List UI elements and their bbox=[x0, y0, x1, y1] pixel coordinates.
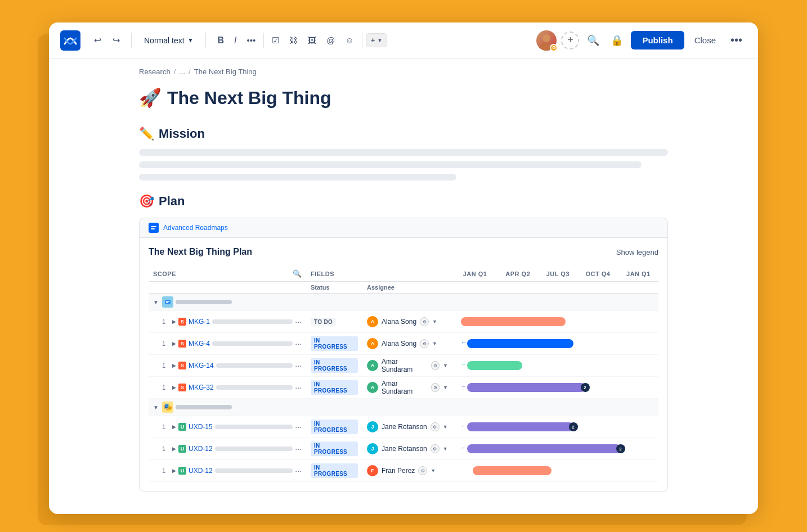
status-badge: IN PROGRESS bbox=[311, 336, 358, 351]
table-row: 1 ▶ S MKG-4 ··· bbox=[149, 333, 658, 355]
checkbox-button[interactable]: ☑ bbox=[267, 32, 284, 49]
row-more-icon[interactable]: ··· bbox=[295, 466, 302, 475]
row-expand-icon[interactable]: ▶ bbox=[172, 341, 176, 346]
settings-icon[interactable]: ⚙ bbox=[420, 317, 429, 326]
row-number: 1 bbox=[162, 423, 170, 430]
breadcrumb-ellipsis[interactable]: ... bbox=[179, 67, 185, 76]
uxd12b-assignee-cell: F Fran Perez ⚙ ▼ bbox=[362, 460, 452, 482]
title-text[interactable]: The Next Big Thing bbox=[167, 88, 331, 109]
bold-icon: B bbox=[217, 35, 224, 46]
row-more-icon[interactable]: ··· bbox=[295, 383, 302, 392]
chevron-down-icon[interactable]: ▼ bbox=[432, 319, 437, 324]
assignee-avatar: J bbox=[367, 421, 378, 432]
link-icon: ⛓ bbox=[289, 35, 298, 45]
row-more-icon[interactable]: ··· bbox=[295, 444, 302, 453]
skeleton-2 bbox=[139, 161, 642, 168]
insert-button[interactable]: + ▼ bbox=[366, 33, 388, 47]
chevron-down-icon[interactable]: ▼ bbox=[443, 363, 448, 368]
show-legend-button[interactable]: Show legend bbox=[616, 248, 658, 256]
assignee-avatar: A bbox=[367, 382, 378, 393]
row-expand-icon[interactable]: ▶ bbox=[172, 424, 176, 430]
scope-search-icon[interactable]: 🔍 bbox=[293, 269, 302, 278]
row-more-icon[interactable]: ··· bbox=[295, 339, 302, 348]
mention-button[interactable]: @ bbox=[322, 32, 339, 48]
chevron-insert-icon: ▼ bbox=[377, 38, 382, 43]
divider-1 bbox=[131, 33, 132, 48]
assignee-name: Jane Rotanson bbox=[382, 445, 427, 453]
lock-button[interactable]: 🔒 bbox=[607, 31, 626, 50]
settings-icon[interactable]: ⚙ bbox=[431, 444, 440, 453]
image-icon: 🖼 bbox=[308, 35, 316, 45]
close-button[interactable]: Close bbox=[689, 32, 721, 48]
issue-id[interactable]: UXD-12 bbox=[189, 467, 213, 475]
row-expand-icon[interactable]: ▶ bbox=[172, 385, 176, 390]
link-button[interactable]: ⛓ bbox=[285, 32, 302, 48]
issue-id[interactable]: MKG-1 bbox=[189, 318, 210, 326]
issue-id[interactable]: MKG-4 bbox=[189, 340, 210, 348]
table-row: ▼ 🎭 bbox=[149, 399, 658, 416]
plan-emoji: 🎯 bbox=[139, 194, 154, 209]
more-format-button[interactable]: ••• bbox=[243, 32, 261, 48]
parent-type-icon: 🎭 bbox=[162, 402, 173, 413]
issue-type-icon: U bbox=[178, 423, 186, 431]
row-expand-icon[interactable]: ▶ bbox=[172, 363, 176, 368]
app-logo[interactable] bbox=[60, 30, 80, 51]
emoji-button[interactable]: ☺ bbox=[341, 32, 358, 48]
text-style-dropdown[interactable]: Normal text ▼ bbox=[138, 33, 199, 48]
mkg4-timeline-cell: ← bbox=[452, 333, 658, 355]
issue-title-skeleton bbox=[212, 341, 293, 346]
redo-button[interactable]: ↪ bbox=[108, 31, 124, 49]
expand-icon[interactable]: ▼ bbox=[153, 299, 159, 305]
breadcrumb-research[interactable]: Research bbox=[139, 67, 171, 76]
row-more-icon[interactable]: ··· bbox=[295, 422, 302, 431]
chevron-down-icon[interactable]: ▼ bbox=[443, 424, 448, 430]
row-expand-icon[interactable]: ▶ bbox=[172, 319, 176, 324]
settings-icon[interactable]: ⚙ bbox=[431, 383, 440, 392]
parent2-timeline-cell bbox=[452, 399, 658, 416]
more-options-button[interactable]: ••• bbox=[726, 31, 747, 49]
svg-rect-7 bbox=[166, 303, 168, 304]
chevron-down-icon[interactable]: ▼ bbox=[432, 341, 437, 346]
checkbox-icon: ☑ bbox=[272, 35, 279, 46]
expand-icon[interactable]: ▼ bbox=[153, 404, 159, 411]
status-badge: IN PROGRESS bbox=[311, 358, 358, 373]
chevron-down-icon[interactable]: ▼ bbox=[443, 385, 448, 390]
issue-id[interactable]: MKG-14 bbox=[189, 362, 214, 369]
issue-id[interactable]: UXD-15 bbox=[189, 423, 213, 431]
mkg1-assignee-cell: A Alana Song ⚙ ▼ bbox=[362, 311, 452, 333]
ar-header-label: Advanced Roadmaps bbox=[163, 224, 228, 232]
chevron-down-icon[interactable]: ▼ bbox=[443, 446, 448, 452]
mkg32-status-cell: IN PROGRESS bbox=[306, 377, 362, 399]
row-expand-icon[interactable]: ▶ bbox=[172, 468, 176, 474]
italic-button[interactable]: I bbox=[230, 32, 241, 49]
settings-icon[interactable]: ⚙ bbox=[431, 422, 440, 431]
row-expand-icon[interactable]: ▶ bbox=[172, 446, 176, 452]
row-more-icon[interactable]: ··· bbox=[295, 317, 302, 326]
page-title: 🚀 The Next Big Thing bbox=[139, 87, 668, 109]
settings-icon[interactable]: ⚙ bbox=[418, 466, 427, 475]
mention-icon: @ bbox=[326, 35, 335, 45]
gantt-bar bbox=[467, 361, 522, 370]
issue-id[interactable]: MKG-32 bbox=[189, 384, 214, 391]
row-number: 1 bbox=[162, 445, 170, 452]
settings-icon[interactable]: ⚙ bbox=[431, 361, 440, 370]
image-button[interactable]: 🖼 bbox=[303, 32, 321, 48]
table-row: 1 ▶ S MKG-32 ··· bbox=[149, 377, 658, 399]
bold-button[interactable]: B bbox=[213, 32, 228, 49]
mission-content bbox=[139, 149, 668, 181]
emoji-icon: ☺ bbox=[346, 35, 354, 45]
add-collaborator-button[interactable]: + bbox=[561, 31, 579, 49]
timeline-column-q1-1: Jan Q1 bbox=[452, 266, 497, 282]
timeline-column-q4: Oct Q4 bbox=[577, 266, 618, 282]
table-header-row: SCOPE 🔍 FIELDS Jan Q1 bbox=[149, 266, 658, 282]
chevron-down-icon[interactable]: ▼ bbox=[431, 468, 436, 474]
undo-button[interactable]: ↩ bbox=[89, 31, 106, 49]
status-badge: IN PROGRESS bbox=[311, 441, 358, 456]
search-button[interactable]: 🔍 bbox=[584, 31, 603, 50]
publish-button[interactable]: Publish bbox=[631, 31, 684, 49]
row-more-icon[interactable]: ··· bbox=[295, 361, 302, 370]
issue-id[interactable]: UXD-12 bbox=[189, 445, 213, 453]
parent2-status-cell bbox=[306, 399, 362, 416]
settings-icon[interactable]: ⚙ bbox=[420, 339, 429, 348]
svg-rect-5 bbox=[165, 300, 171, 304]
